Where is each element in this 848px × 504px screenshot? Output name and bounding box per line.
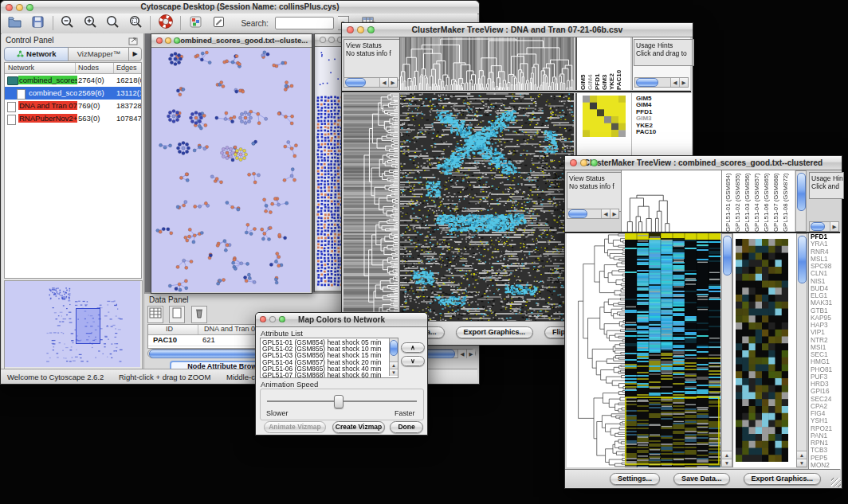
zoom-vscrollbar[interactable]: ▲ ▼ [796, 233, 807, 467]
column-label[interactable]: YKE2 [608, 37, 615, 90]
column-label[interactable]: GPL51-08 (GSM872) [782, 170, 791, 232]
attribute-item[interactable]: GPL51-07 (GSM868) heat shock 60 min [261, 372, 398, 378]
zoom-button[interactable] [591, 159, 598, 166]
resize-grip[interactable] [831, 478, 841, 487]
column-label[interactable]: PAC10 [615, 37, 622, 90]
scroll-right-arrow[interactable]: ▶ [388, 78, 397, 87]
new-attribute-icon[interactable] [169, 306, 185, 323]
column-label[interactable]: GPL51-01 (GSM854) [724, 170, 734, 232]
minimize-button[interactable] [16, 4, 23, 11]
scroll-right-arrow[interactable]: ▶ [679, 78, 688, 87]
zoom-button[interactable] [279, 316, 285, 322]
column-label[interactable]: GPL51-06 (GSM865) [763, 170, 772, 232]
scrollbar-thumb[interactable] [723, 236, 732, 275]
move-down-button[interactable]: ∨ [401, 356, 425, 366]
column-label[interactable]: GPL51-03 (GSM856) [744, 170, 753, 232]
close-button[interactable] [347, 26, 354, 33]
column-label[interactable]: GIM3 [601, 37, 608, 90]
close-button[interactable] [570, 159, 577, 166]
move-up-button[interactable]: ∧ [401, 342, 425, 353]
network-overview-canvas[interactable] [5, 281, 140, 367]
main-titlebar[interactable]: Cytoscape Desktop (Session Name: collins… [1, 1, 479, 14]
vizmapper-nodes-icon[interactable] [188, 14, 203, 33]
row-dendrogram-canvas[interactable] [344, 93, 398, 321]
minimize-button[interactable] [328, 37, 335, 43]
scrollbar-thumb[interactable] [636, 78, 658, 87]
minimize-button[interactable] [580, 159, 587, 166]
column-label[interactable]: GIM5 [579, 37, 587, 90]
view-status-hscrollbar[interactable]: ◀ ▶ [567, 209, 619, 219]
done-button[interactable]: Done [390, 421, 423, 433]
heatmap-zoom-canvas[interactable] [583, 96, 626, 137]
column-dendrogram-canvas[interactable] [399, 37, 574, 90]
row-label[interactable]: PAC10 [636, 129, 684, 135]
delete-attribute-icon[interactable] [191, 306, 207, 323]
column-dendrogram-canvas[interactable] [621, 170, 721, 232]
tab-overflow-arrow[interactable]: ▶ [128, 47, 142, 61]
create-vizmap-button[interactable]: Create Vizmap [332, 421, 385, 433]
close-button[interactable] [260, 316, 266, 322]
scroll-down-arrow[interactable]: ▼ [390, 369, 398, 376]
scroll-left-arrow[interactable]: ◀ [379, 78, 388, 87]
minimize-button[interactable] [357, 26, 364, 33]
scrollbar-thumb[interactable] [345, 78, 366, 87]
labels-vscrollbar[interactable] [795, 170, 807, 232]
scroll-left-arrow[interactable]: ◀ [670, 78, 679, 87]
scroll-right-arrow[interactable]: ▶ [610, 209, 618, 218]
zoom-button[interactable] [26, 4, 33, 11]
scroll-right-arrow[interactable]: ▶ [466, 350, 475, 358]
row-dendrogram-canvas[interactable] [567, 233, 625, 467]
network-row[interactable]: DNA and Tran 07 769(0) 183728(0) [5, 100, 141, 112]
usage-hints-hscrollbar[interactable]: ◀ ▶ [634, 77, 689, 88]
heatmap-zoom-canvas[interactable] [736, 239, 788, 462]
scroll-up-arrow[interactable]: ▲ [390, 361, 398, 369]
tab-network[interactable]: Network [4, 47, 69, 61]
zoom-button[interactable] [367, 26, 375, 33]
minimize-button[interactable] [269, 316, 276, 322]
column-label[interactable]: GPL51-04 (GSM857) [753, 170, 763, 232]
attribute-select-icon[interactable] [147, 306, 163, 323]
scroll-down-arrow[interactable]: ▼ [722, 459, 732, 467]
column-label[interactable]: GIM4 [587, 37, 594, 90]
network-view-canvas[interactable] [151, 48, 310, 292]
open-file-icon[interactable] [7, 14, 22, 33]
zoom-out-icon[interactable] [60, 14, 75, 33]
zoom-in-icon[interactable] [83, 14, 98, 33]
save-icon[interactable] [30, 14, 45, 33]
minimize-button[interactable] [165, 37, 171, 44]
scroll-up-arrow[interactable]: ▲ [797, 451, 807, 459]
close-button[interactable] [6, 4, 13, 11]
column-label[interactable]: PFD1 [594, 37, 601, 90]
network-overview[interactable] [4, 280, 143, 369]
heatmap-global-canvas[interactable] [399, 93, 574, 321]
scroll-left-arrow[interactable]: ◀ [601, 209, 610, 218]
close-button[interactable] [156, 37, 163, 44]
close-button[interactable] [320, 37, 326, 43]
zoom-fit-icon[interactable] [105, 14, 120, 33]
network-row[interactable]: RNAPuberNov2+ 563(0) 107847(0) [5, 112, 141, 125]
network-row[interactable]: combined_scores 2764(0) 16218(0) [5, 74, 141, 87]
heatmap-global-canvas[interactable] [625, 233, 720, 467]
column-label[interactable]: GPL51-02 (GSM855) [734, 170, 744, 232]
scroll-down-arrow[interactable]: ▼ [797, 459, 807, 467]
gene-label[interactable]: MON2 [809, 462, 841, 469]
treeview-button[interactable]: Settings... [610, 473, 660, 485]
treeview-button[interactable]: Save Data... [673, 473, 730, 485]
annotation-icon[interactable] [211, 14, 226, 33]
treeview-button[interactable]: Export Graphics... [456, 326, 534, 338]
tab-vizmapper[interactable]: VizMapper™ [68, 47, 130, 61]
treeview-button[interactable]: Export Graphics... [744, 473, 822, 485]
column-label[interactable]: GPL51-07 (GSM868) [772, 170, 782, 232]
scrollbar-thumb[interactable] [568, 209, 587, 218]
zoom-selected-icon[interactable] [128, 14, 143, 33]
view-status-hscrollbar[interactable]: ◀ ▶ [344, 77, 398, 88]
help-lifering-icon[interactable] [158, 14, 174, 33]
heatmap-vscrollbar[interactable]: ▲ ▼ [721, 233, 732, 467]
scrollbar-thumb[interactable] [811, 222, 825, 231]
list-vscrollbar[interactable]: ▲ ▼ [389, 338, 398, 376]
network-row[interactable]: combined_sco 2569(6) 13112(15) [5, 87, 141, 100]
zoom-button[interactable] [174, 37, 180, 44]
scroll-up-arrow[interactable]: ▲ [722, 451, 732, 459]
scrollbar-thumb[interactable] [798, 236, 807, 283]
scrollbar-thumb[interactable] [797, 173, 806, 211]
